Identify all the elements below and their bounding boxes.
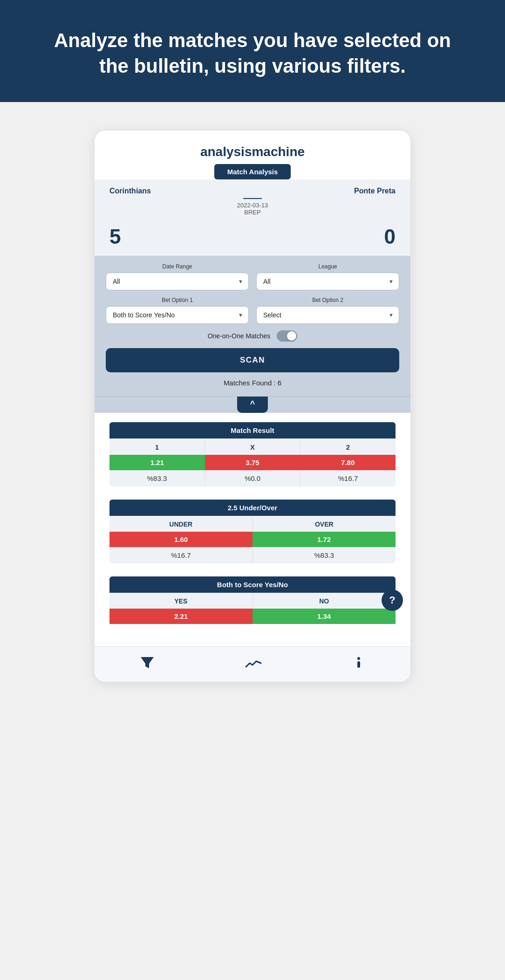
bet-option-2-group: Bet Option 2 Select xyxy=(256,297,399,324)
header-title: Analyze the matches you have selected on… xyxy=(37,28,468,79)
league-select[interactable]: All xyxy=(256,273,399,290)
under-over-block: 2.5 Under/Over UNDER OVER 1.60 1.72 %16.… xyxy=(109,500,396,563)
results-area: Match Result 1 X 2 1.21 3.75 7.80 %83.3 … xyxy=(95,413,410,646)
under-over-odds: 1.60 1.72 xyxy=(109,532,396,547)
over-odd: 1.72 xyxy=(252,532,396,547)
under-col: UNDER xyxy=(109,516,253,532)
match-result-pct: %83.3 %0.0 %16.7 xyxy=(109,470,396,487)
match-result-header: Match Result xyxy=(109,422,396,439)
odd-2: 7.80 xyxy=(300,455,396,470)
app-title: analysismachine xyxy=(95,130,410,164)
teams-row: Corinthians Ponte Preta xyxy=(95,179,410,195)
bottom-nav xyxy=(95,646,410,682)
toggle-row: One-on-One Matches xyxy=(106,330,399,342)
bet-option-1-select-wrap[interactable]: Both to Score Yes/No xyxy=(106,306,249,324)
col-x: X xyxy=(205,439,300,455)
match-analysis-badge: Match Analysis xyxy=(214,164,291,179)
filter-section: Date Range All League All xyxy=(95,256,410,396)
bet-option-2-select-wrap[interactable]: Select xyxy=(256,306,399,324)
bet-option-2-select[interactable]: Select xyxy=(256,306,399,324)
date-range-select-wrap[interactable]: All xyxy=(106,273,249,290)
score-home: 5 xyxy=(109,225,121,248)
filter-row-2: Bet Option 1 Both to Score Yes/No Bet Op… xyxy=(106,297,399,324)
svg-point-1 xyxy=(357,657,360,660)
league-select-wrap[interactable]: All xyxy=(256,273,399,290)
bts-odds: 2.21 1.34 xyxy=(109,609,396,624)
pct-2: %16.7 xyxy=(300,470,396,487)
team-home: Corinthians xyxy=(109,187,151,195)
odd-x: 3.75 xyxy=(205,455,300,470)
match-analysis-tab-row: Match Analysis xyxy=(95,164,410,179)
score-section: 2022-03-13 BREP xyxy=(95,195,410,222)
under-odd: 1.60 xyxy=(109,532,252,547)
match-date: 2022-03-13 xyxy=(237,202,268,209)
col-2: 2 xyxy=(300,439,396,455)
no-col: NO xyxy=(253,593,396,609)
over-col: OVER xyxy=(253,516,396,532)
yes-odd: 2.21 xyxy=(109,609,252,624)
under-over-cols: UNDER OVER xyxy=(109,516,396,532)
no-odd: 1.34 xyxy=(252,609,396,624)
date-range-select[interactable]: All xyxy=(106,273,249,290)
help-icon: ? xyxy=(389,594,395,606)
scan-button[interactable]: SCAN xyxy=(106,348,399,372)
chart-nav-icon[interactable] xyxy=(245,657,262,672)
help-button[interactable]: ? xyxy=(382,589,403,611)
one-on-one-toggle[interactable] xyxy=(277,330,297,342)
main-card-wrapper: analysismachine Match Analysis Corinthia… xyxy=(94,130,411,682)
filter-nav-icon[interactable] xyxy=(140,655,155,673)
under-over-pct: %16.7 %83.3 xyxy=(109,547,396,563)
toggle-label: One-on-One Matches xyxy=(208,332,271,340)
bet-option-1-select[interactable]: Both to Score Yes/No xyxy=(106,306,249,324)
pct-1: %83.3 xyxy=(109,470,205,487)
date-range-group: Date Range All xyxy=(106,263,249,290)
match-result-block: Match Result 1 X 2 1.21 3.75 7.80 %83.3 … xyxy=(109,422,396,487)
odd-1: 1.21 xyxy=(109,455,205,470)
match-result-odds: 1.21 3.75 7.80 xyxy=(109,455,396,470)
under-over-header: 2.5 Under/Over xyxy=(109,500,396,516)
yes-col: YES xyxy=(109,593,253,609)
score-divider xyxy=(243,198,262,199)
scores-row: 5 0 xyxy=(95,222,410,256)
svg-rect-2 xyxy=(357,661,360,668)
under-pct: %16.7 xyxy=(109,547,253,563)
header-banner: Analyze the matches you have selected on… xyxy=(0,0,505,102)
over-pct: %83.3 xyxy=(253,547,396,563)
team-away: Ponte Preta xyxy=(354,187,396,195)
info-nav-icon[interactable] xyxy=(352,655,365,673)
svg-marker-0 xyxy=(141,657,154,668)
bts-header: Both to Score Yes/No xyxy=(109,576,396,593)
bts-cols: YES NO xyxy=(109,593,396,609)
score-away: 0 xyxy=(384,225,396,248)
bet-option-2-label: Bet Option 2 xyxy=(256,297,399,303)
col-1: 1 xyxy=(109,439,205,455)
bet-option-1-group: Bet Option 1 Both to Score Yes/No xyxy=(106,297,249,324)
collapse-row: ^ xyxy=(95,396,410,413)
league-group: League All xyxy=(256,263,399,290)
date-range-label: Date Range xyxy=(106,263,249,270)
match-league: BREP xyxy=(244,209,260,216)
league-label: League xyxy=(256,263,399,270)
main-card: analysismachine Match Analysis Corinthia… xyxy=(94,130,411,682)
filter-row-1: Date Range All League All xyxy=(106,263,399,290)
collapse-button[interactable]: ^ xyxy=(237,397,268,413)
bts-block: Both to Score Yes/No YES NO 2.21 1.34 ? xyxy=(109,576,396,624)
match-result-cols: 1 X 2 xyxy=(109,439,396,455)
pct-x: %0.0 xyxy=(205,470,300,487)
toggle-knob xyxy=(287,331,296,341)
matches-found: Matches Found : 6 xyxy=(106,377,399,387)
bet-option-1-label: Bet Option 1 xyxy=(106,297,249,303)
